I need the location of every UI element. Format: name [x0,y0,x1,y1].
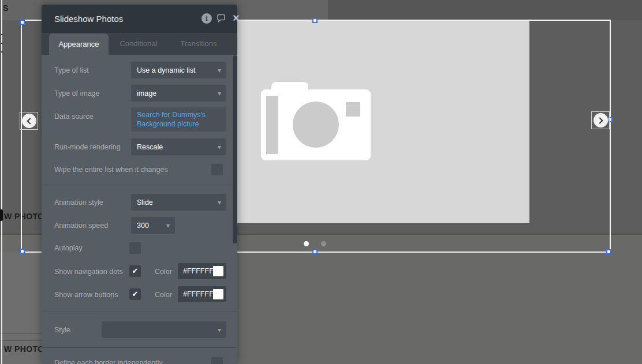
run-mode-label: Run-mode rendering [54,143,121,151]
selection-handle-top-center[interactable] [312,18,318,23]
style-dropdown[interactable]: ▾ [102,321,226,338]
selection-handle-bottom-left[interactable] [20,249,25,254]
page-left-edge [1,0,2,364]
tick-mark [1,43,3,44]
canvas-label-photos-lower: W PHOTO [4,344,44,354]
arrows-color-swatch[interactable] [213,289,223,299]
wipe-list-label: Wipe the entire list when it changes [54,166,168,174]
autoplay-checkbox[interactable] [129,242,141,254]
panel-scrollbar-thumb[interactable] [233,55,237,243]
panel-tabbar: Appearance Conditional Transitions [42,33,237,55]
slideshow-next-button[interactable] [591,111,610,129]
selection-handle-bottom-right[interactable] [606,249,611,254]
animation-style-dropdown[interactable]: Slide ▾ [131,194,226,211]
animation-style-label: Animation style [54,198,103,207]
tick-mark [1,34,3,35]
clipped-text-fragment: S [3,3,8,13]
define-borders-label: Define each border independently [54,359,163,364]
prev-circle[interactable] [22,114,36,128]
slideshow-dot-1[interactable] [304,241,309,246]
clipped-arrow-element [0,209,3,221]
section-divider [42,185,237,185]
tab-appearance[interactable]: Appearance [49,33,109,55]
property-editor-panel: Slideshow Photos i ✕ Appearance Conditio… [42,5,237,364]
animation-speed-dropdown[interactable]: 300 ▾ [131,217,175,234]
check-icon: ✔ [132,267,139,275]
selection-handle-top-left[interactable] [20,20,25,25]
autoplay-label: Autoplay [54,244,83,252]
type-of-image-label: Type of image [54,89,100,97]
chevron-down-icon: ▾ [218,326,221,334]
animation-speed-label: Animation speed [54,222,108,230]
type-of-list-dropdown[interactable]: Use a dynamic list ▾ [131,62,226,78]
info-icon[interactable]: i [201,13,212,24]
arrows-color-input[interactable]: #FFFFFF [178,286,226,302]
slideshow-dot-2[interactable] [321,241,326,246]
chevron-down-icon: ▾ [218,143,221,151]
panel-header[interactable]: Slideshow Photos i ✕ [42,5,237,33]
check-icon: ✔ [132,290,139,298]
dots-color-swatch[interactable] [213,266,223,276]
show-arrows-label: Show arrow buttons [54,291,118,299]
section-divider [42,347,237,348]
selection-handle-bottom-center[interactable] [312,249,318,254]
data-source-label: Data source [54,112,93,121]
panel-title: Slideshow Photos [54,5,123,33]
style-label: Style [54,326,70,334]
chevron-down-icon: ▾ [218,89,221,97]
comment-icon[interactable] [216,13,226,24]
tab-transitions[interactable]: Transitions [170,33,227,55]
type-of-list-label: Type of list [54,66,89,74]
type-of-image-dropdown[interactable]: image ▾ [131,85,226,102]
data-source-expression[interactable]: Search for Dummys's Background picture [131,107,226,132]
chevron-down-icon: ▾ [218,66,221,74]
dots-color-input[interactable]: #FFFFFF [178,263,226,279]
tick-mark [1,51,3,52]
canvas-top-right-region [328,0,642,20]
close-icon[interactable]: ✕ [231,13,241,24]
chevron-left-icon [27,118,33,124]
define-borders-checkbox[interactable] [211,357,223,364]
section-divider [42,312,237,312]
slideshow-prev-button[interactable] [20,112,38,130]
run-mode-dropdown[interactable]: Rescale ▾ [131,138,226,155]
show-dots-checkbox[interactable]: ✔ [129,265,141,277]
next-circle[interactable] [594,113,608,127]
chevron-down-icon: ▾ [218,198,221,207]
tab-conditional[interactable]: Conditional [110,33,167,55]
show-dots-label: Show navigation dots [54,268,123,276]
chevron-down-icon: ▾ [166,222,170,230]
chevron-right-icon [596,117,603,123]
arrows-color-label: Color [155,291,172,299]
dots-color-label: Color [155,268,172,276]
show-arrows-checkbox[interactable]: ✔ [129,288,141,300]
wipe-list-checkbox[interactable] [211,164,223,175]
